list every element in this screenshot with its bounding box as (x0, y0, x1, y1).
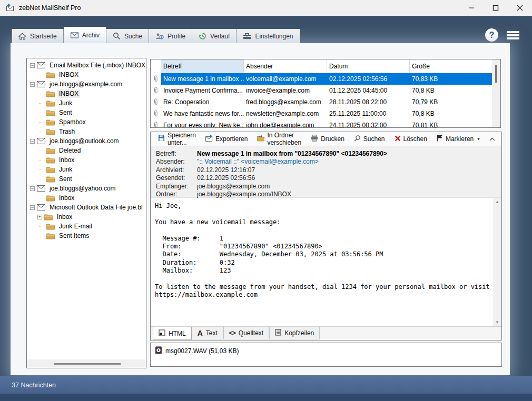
collapse-expander-icon[interactable]: − (30, 63, 35, 68)
move-folder-icon (257, 135, 264, 143)
view-tab-text[interactable]: A Text (192, 327, 223, 339)
message-row[interactable]: Re: Cooperation fred.bloggs@example.com … (151, 96, 500, 108)
tree-account[interactable]: −joe.bloggs@example.com (27, 79, 146, 89)
tree-folder[interactable]: INBOX (27, 70, 146, 79)
collapse-preview-button[interactable] (485, 136, 499, 142)
tab-label: Verlauf (210, 33, 230, 40)
scrollbar-thumb[interactable] (495, 65, 497, 83)
save-as-button[interactable]: Speichern unter... (154, 129, 200, 148)
message-row[interactable]: For your eyes only: New ke... john.doe@e… (151, 119, 500, 128)
tree-account[interactable]: −joe.bloggs@outlook.com (27, 136, 146, 146)
tree-account[interactable]: −Microsoft Outlook Data File joe.bl (27, 203, 146, 212)
scroll-up-icon[interactable]: ▲ (495, 199, 499, 204)
collapse-expander-icon[interactable]: − (30, 139, 35, 144)
tree-connector (40, 113, 44, 113)
tree-folder[interactable]: Sent (27, 108, 146, 117)
sender-link[interactable]: ":: Voicemail ::" <voicemail@example.com… (197, 158, 319, 165)
attachment-item[interactable]: msg0027.WAV (51,03 KB) (155, 346, 497, 356)
home-icon (18, 33, 26, 40)
collapse-expander-icon[interactable]: − (30, 205, 35, 210)
expand-expander-icon[interactable]: + (37, 215, 42, 219)
folder-icon (46, 72, 55, 78)
column-header-datum[interactable]: Datum (327, 59, 410, 73)
tree-horizontal-scrollbar[interactable] (27, 359, 146, 368)
tree-account[interactable]: −joe.bloggs@yahoo.com (27, 184, 146, 193)
tree-label: Junk (57, 165, 74, 174)
scroll-down-icon[interactable]: ▼ (495, 320, 499, 325)
folder-icon (44, 214, 53, 220)
tree-folder[interactable]: Deleted (27, 146, 146, 155)
tree-folder[interactable]: Junk E-mail (27, 222, 146, 231)
folder-icon (46, 233, 55, 239)
body-vertical-scrollbar[interactable]: ▲ ▼ (493, 198, 501, 326)
cell-sender: john.doe@example.com (244, 119, 327, 128)
tree-connector (40, 75, 44, 75)
attachment-name: msg0027.WAV (51,03 KB) (165, 347, 239, 355)
tab-archiv[interactable]: Archiv (64, 27, 106, 43)
delete-button[interactable]: Löschen (390, 133, 431, 145)
collapse-expander-icon[interactable]: − (30, 82, 35, 87)
search-messages-button[interactable]: Suchen (350, 133, 389, 145)
cell-date: 25.11.2025 11:00:00 (327, 108, 410, 119)
scrollbar-thumb[interactable] (54, 363, 121, 365)
column-header-groesse[interactable]: Größe (410, 59, 500, 73)
tree-folder[interactable]: Sent (27, 174, 146, 184)
print-button[interactable]: Drucken (307, 133, 349, 145)
cell-sender: fred.bloggs@example.com (244, 96, 327, 108)
tab-startseite[interactable]: Startseite (12, 29, 64, 43)
tab-einstellungen[interactable]: Einstellungen (237, 29, 300, 43)
title-bar: zebNet MailShelf Pro (0, 0, 532, 16)
tree-label: joe.bloggs@example.com (48, 80, 124, 88)
folder-icon (46, 109, 55, 116)
mark-button[interactable]: Markieren ▾ (432, 133, 484, 145)
cell-size: 70,81 KB (410, 119, 500, 128)
window-title: zebNet MailShelf Pro (19, 4, 81, 12)
archived-value: 02.12.2025 12:16:07 (197, 166, 255, 174)
view-tab-quelltext[interactable]: <> Quelltext (223, 327, 269, 339)
close-button[interactable] (508, 0, 532, 16)
maximize-button[interactable] (484, 0, 508, 16)
export-icon (205, 135, 213, 143)
main-tab-bar: Startseite Archiv Suche Profile Verlauf … (12, 29, 300, 43)
export-button[interactable]: Exportieren (201, 133, 252, 145)
tree-folder[interactable]: Junk (27, 98, 146, 108)
mail-icon (71, 32, 78, 38)
toolbox-icon (243, 33, 251, 39)
column-header-betreff[interactable]: Betreff (161, 59, 244, 73)
column-header-absender[interactable]: Absender (244, 59, 327, 73)
help-icon[interactable]: ? (485, 28, 498, 42)
view-tab-html[interactable]: HTML (153, 327, 192, 340)
tab-verlauf[interactable]: Verlauf (192, 29, 237, 43)
tree-folder[interactable]: Spambox (27, 117, 146, 127)
cell-subject: We have fantastic news for... (161, 108, 244, 119)
move-to-folder-button[interactable]: In Ordner verschieben (253, 129, 306, 148)
tree-folder[interactable]: Junk (27, 165, 146, 174)
view-tab-kopfzeilen[interactable]: Kopfzeilen (269, 327, 320, 339)
message-row[interactable]: Invoice Payment Confirma... invoice@exam… (151, 85, 500, 96)
folder-icon (46, 195, 55, 202)
tree-folder[interactable]: Trash (27, 127, 146, 136)
tree-folder[interactable]: +Inbox (27, 212, 146, 222)
folder-icon (46, 91, 55, 97)
tree-label: joe.bloggs@outlook.com (48, 137, 121, 145)
list-vertical-scrollbar[interactable] (492, 59, 500, 127)
tree-connector (40, 94, 44, 94)
tab-suche[interactable]: Suche (106, 29, 149, 43)
attachment-paperclip-icon (151, 96, 161, 108)
tab-profile[interactable]: Profile (149, 29, 192, 43)
message-row[interactable]: We have fantastic news for... newsletter… (151, 108, 500, 119)
tree-label: Inbox (55, 213, 74, 221)
menu-icon[interactable] (507, 30, 519, 41)
collapse-expander-icon[interactable]: − (30, 186, 35, 191)
tree-account[interactable]: −Email Mailbox File (.mbox) INBOX (27, 61, 146, 70)
tree-folder[interactable]: Inbox (27, 193, 146, 203)
tree-folder[interactable]: Sent Items (27, 231, 146, 240)
minimize-button[interactable] (459, 0, 484, 16)
audio-file-icon (155, 346, 162, 356)
letter-a-icon: A (198, 329, 203, 337)
header-gutter (151, 59, 161, 73)
tree-folder[interactable]: INBOX (27, 89, 146, 98)
message-row[interactable]: New message 1 in mailbox ... voicemail@e… (151, 73, 500, 85)
status-bar: 37 Nachrichten (0, 376, 532, 394)
tree-folder[interactable]: Inbox (27, 155, 146, 165)
